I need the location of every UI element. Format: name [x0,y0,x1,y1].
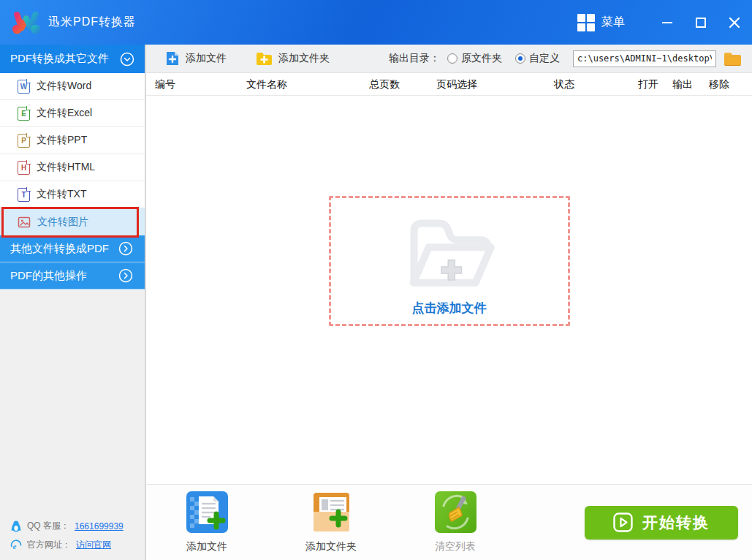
clear-list-button[interactable]: 清空列表 [432,491,479,553]
radio-custom-folder[interactable] [515,53,525,64]
sidebar-group-label: PDF的其他操作 [10,269,87,283]
output-dir-label: 输出目录： [389,52,440,65]
add-file-large-icon [186,491,228,533]
add-file-label: 添加文件 [186,52,227,65]
bottom-action-bar: 添加文件 添加文件夹 [146,484,752,560]
radio-original-folder-label[interactable]: 原文件夹 [461,52,502,65]
sidebar-item-pdf-to-image[interactable]: 文件转图片 [0,208,145,235]
contact-info: QQ 客服： 1661699939 e 官方网址： 访问官网 [0,513,145,560]
column-header-number: 编号 [155,78,175,91]
maximize-icon [695,17,707,29]
sidebar-group-label: 其他文件转换成PDF [10,242,109,256]
sidebar-item-label: 文件转Word [37,80,91,93]
qq-icon [10,520,22,532]
open-folder-add-icon [392,203,507,297]
menu-label: 菜单 [601,15,625,30]
bottom-add-folder-label: 添加文件夹 [305,540,357,553]
sidebar-item-label: 文件转图片 [37,216,88,229]
sidebar: PDF转换成其它文件 W 文件转Word E 文件转Excel P 文件转PPT… [0,45,146,560]
ie-browser-icon: e [10,540,22,551]
minimize-button[interactable] [658,14,676,31]
qq-label: QQ 客服： [27,520,69,532]
word-file-icon: W [18,80,30,94]
chevron-down-circle-icon [120,52,134,67]
column-header-page-select: 页码选择 [436,78,477,91]
sidebar-item-pdf-to-word[interactable]: W 文件转Word [0,73,145,100]
column-header-remove: 移除 [709,78,729,91]
app-logo-icon [10,8,42,37]
close-icon [729,17,740,29]
add-folder-button[interactable]: 添加文件夹 [256,52,330,66]
chevron-right-circle-icon [118,268,133,283]
play-icon [613,512,633,532]
sidebar-item-label: 文件转Excel [37,107,92,120]
close-button[interactable] [726,14,743,31]
file-table-header: 编号 文件名称 总页数 页码选择 状态 打开 输出 移除 [146,73,752,96]
image-file-icon [18,216,31,229]
maximize-button[interactable] [692,14,710,31]
column-header-status: 状态 [554,78,574,91]
sidebar-filler [0,290,145,513]
content-area: 添加文件 添加文件夹 输出目录： 原文件夹 自定义 [146,45,752,560]
sidebar-item-pdf-to-ppt[interactable]: P 文件转PPT [0,127,145,154]
bottom-add-folder-button[interactable]: 添加文件夹 [308,491,354,553]
chevron-right-circle-icon [118,241,133,256]
excel-file-icon: E [18,107,30,121]
toolbar: 添加文件 添加文件夹 输出目录： 原文件夹 自定义 [146,45,752,73]
column-header-open: 打开 [638,78,658,91]
sidebar-item-label: 文件转HTML [37,161,95,174]
website-link[interactable]: 访问官网 [76,539,111,551]
ppt-file-icon: P [18,134,30,148]
sidebar-group-pdf-other-ops[interactable]: PDF的其他操作 [0,262,145,290]
sidebar-item-pdf-to-excel[interactable]: E 文件转Excel [0,100,145,127]
minimize-icon [661,17,673,29]
file-list-area: 点击添加文件 [146,96,752,484]
add-file-button[interactable]: 添加文件 [165,50,227,67]
start-convert-button[interactable]: 开始转换 [585,506,738,540]
add-file-icon [165,50,180,67]
bottom-add-file-label: 添加文件 [186,540,227,553]
clear-list-icon [435,491,476,533]
start-convert-label: 开始转换 [642,512,710,533]
output-path-input[interactable] [573,50,716,67]
output-dir-group: 输出目录： 原文件夹 自定义 [389,50,752,67]
sidebar-item-label: 文件转TXT [37,188,86,201]
app-window: 迅米PDF转换器 菜单 PDF转换成其它文件 [0,0,752,560]
click-to-add-files-dropzone[interactable]: 点击添加文件 [329,196,570,326]
menu-grid-icon [577,14,595,31]
bottom-add-file-button[interactable]: 添加文件 [183,491,230,553]
app-title: 迅米PDF转换器 [48,15,136,30]
column-header-filename: 文件名称 [246,78,287,91]
clear-list-label: 清空列表 [435,540,476,553]
radio-original-folder[interactable] [447,53,457,64]
txt-file-icon: T [18,188,30,202]
sidebar-item-pdf-to-txt[interactable]: T 文件转TXT [0,181,145,208]
website-label: 官方网址： [27,539,71,551]
sidebar-group-other-to-pdf[interactable]: 其他文件转换成PDF [0,235,145,262]
html-file-icon: H [18,161,30,175]
browse-folder-button[interactable] [723,51,742,66]
folder-icon [723,51,742,66]
sidebar-item-label: 文件转PPT [37,134,87,147]
column-header-output: 输出 [672,78,693,91]
add-folder-large-icon [311,491,352,533]
qq-number-link[interactable]: 1661699939 [75,521,124,531]
radio-custom-folder-label[interactable]: 自定义 [529,52,560,65]
sidebar-group-pdf-to-other[interactable]: PDF转换成其它文件 [0,45,145,73]
sidebar-item-pdf-to-html[interactable]: H 文件转HTML [0,154,145,181]
menu-button[interactable]: 菜单 [577,14,625,31]
add-folder-icon [256,52,273,66]
sidebar-group-label: PDF转换成其它文件 [10,52,109,66]
title-bar: 迅米PDF转换器 菜单 [0,0,752,45]
column-header-total-pages: 总页数 [369,78,400,91]
svg-text:e: e [12,541,16,550]
dropzone-label: 点击添加文件 [412,300,487,317]
add-folder-label: 添加文件夹 [278,52,330,65]
